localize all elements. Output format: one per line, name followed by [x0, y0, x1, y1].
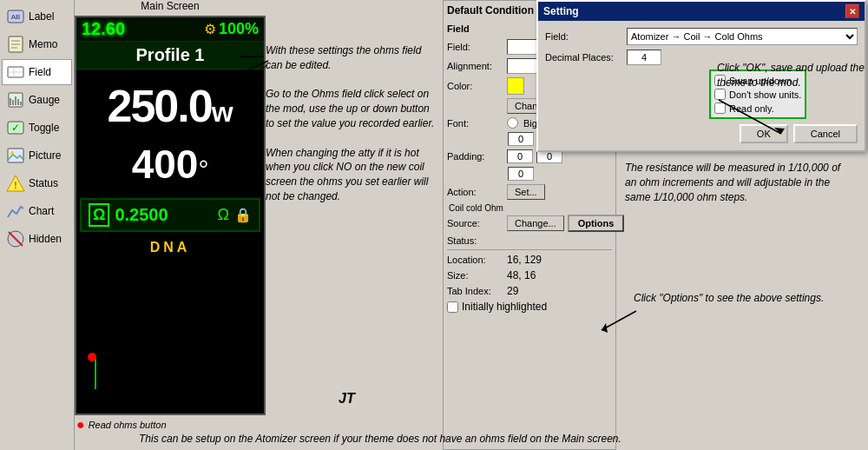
action-set-btn[interactable]: Set...: [507, 184, 545, 200]
svg-rect-17: [8, 149, 23, 162]
dialog-cancel-btn[interactable]: Cancel: [793, 124, 858, 143]
panel-source-row: Source: Change... Options: [447, 215, 612, 232]
svg-text:AB: AB: [11, 13, 21, 21]
options-annotation: Click "Options" to see the above setting…: [634, 291, 842, 306]
dialog-field-label: Field:: [545, 31, 623, 42]
location-label: Location:: [447, 255, 503, 265]
svg-text:!: !: [14, 181, 16, 190]
sidebar-item-status[interactable]: ! Status: [2, 170, 72, 196]
alignment-label: Alignment:: [447, 61, 503, 71]
sidebar: AB Label Memo Field Gauge ✓ Toggle Pictu…: [0, 0, 75, 450]
toggle-icon: ✓: [6, 118, 25, 137]
showunits-label: Don't show units.: [729, 89, 801, 100]
signature: JT: [339, 391, 355, 407]
dialog-btn-row: OK Cancel: [545, 124, 858, 143]
panel-action-row: Action: Set...: [447, 184, 612, 200]
font-label: Font:: [447, 118, 503, 129]
initially-highlighted-checkbox[interactable]: [447, 301, 458, 313]
setting-annotation: Click "OK", save and upload the theme to…: [717, 61, 865, 90]
showunits-checkbox[interactable]: [714, 89, 726, 100]
sidebar-item-gauge-text: Gauge: [29, 94, 60, 106]
change-source-btn[interactable]: Change...: [507, 215, 564, 231]
power-value: 250.0: [107, 81, 211, 131]
dialog-field-dropdown[interactable]: Atomizer → Coil → Cold Ohms: [627, 28, 858, 45]
main-annotation: With these settings the ohms field can b…: [266, 43, 439, 204]
picture-icon: [6, 146, 25, 165]
sidebar-item-label-text: Label: [29, 10, 54, 23]
hidden-icon: [6, 229, 25, 248]
lock-icon: 🔒: [234, 207, 252, 223]
font-big-radio[interactable]: [507, 117, 518, 129]
sidebar-item-gauge[interactable]: Gauge: [2, 87, 72, 113]
color-label: Color:: [447, 81, 503, 91]
sidebar-item-toggle-text: Toggle: [29, 122, 59, 134]
sidebar-item-field[interactable]: Field: [2, 59, 72, 85]
dialog-field-row: Field: Atomizer → Coil → Cold Ohms: [545, 28, 858, 45]
chart-icon: [6, 202, 25, 221]
readonly-label: Read only.: [729, 103, 774, 114]
panel-location-row: Location: 16, 129: [447, 254, 612, 266]
padding-label: Padding:: [447, 151, 503, 162]
watts-display: 12.60: [82, 19, 125, 39]
tabindex-label: Tab Index:: [447, 286, 503, 296]
sidebar-item-hidden-text: Hidden: [29, 233, 62, 245]
sidebar-item-picture[interactable]: Picture: [2, 142, 72, 169]
padding-input-3[interactable]: [508, 167, 534, 181]
ohms-value[interactable]: 0.2500: [115, 205, 212, 225]
main-annotation-text: With these settings the ohms field can b…: [266, 44, 434, 202]
ohms-unit-label: Ω: [218, 206, 229, 224]
font-value-input[interactable]: [508, 132, 534, 146]
read-ohms-label: ● Read ohms button: [76, 417, 167, 433]
field-icon: [6, 63, 25, 82]
tabindex-value: 29: [507, 285, 518, 297]
temp-value: 400: [132, 142, 199, 187]
dialog-decimal-input[interactable]: [627, 50, 661, 65]
label-icon: AB: [6, 7, 25, 26]
panel-separator: [447, 249, 612, 250]
status-label: Status:: [447, 235, 503, 246]
dialog-readonly-row: Read only.: [714, 103, 801, 114]
panel-status-row: Status:: [447, 235, 612, 246]
dna-label: DNA: [150, 240, 191, 255]
gear-icon: ⚙: [204, 21, 216, 37]
profile-label: Profile 1: [136, 45, 205, 64]
sidebar-item-chart[interactable]: Chart: [2, 198, 72, 224]
field-label: Field:: [447, 42, 503, 52]
gauge-icon: [6, 90, 25, 109]
padding-input-1[interactable]: [507, 149, 533, 163]
dialog-ok-btn[interactable]: OK: [740, 124, 788, 143]
sidebar-item-label[interactable]: AB Label: [2, 3, 72, 30]
sidebar-item-field-text: Field: [29, 66, 51, 78]
action-label: Action:: [447, 187, 503, 197]
resistance-annotation: The resistance will be measured in 1/10,…: [625, 161, 851, 204]
dialog-decimal-label: Decimal Places:: [545, 52, 623, 63]
size-label: Size:: [447, 270, 503, 281]
dialog-close-btn[interactable]: ✕: [845, 4, 859, 18]
size-value: 48, 16: [507, 269, 536, 281]
panel-tabindex-row: Tab Index: 29: [447, 285, 612, 297]
annotation-arrow: [240, 43, 266, 69]
dialog-title: Setting: [543, 5, 579, 17]
sidebar-item-status-text: Status: [29, 177, 58, 189]
options-btn[interactable]: Options: [568, 215, 625, 232]
main-screen-title: Main Screen: [75, 0, 266, 14]
panel-size-row: Size: 48, 16: [447, 269, 612, 281]
power-unit: w: [212, 96, 233, 128]
sidebar-item-memo-text: Memo: [29, 38, 57, 50]
ohms-omega-icon: Ω: [89, 203, 109, 227]
device-content: 12.60 ⚙ 100% Profile 1 250.0w 400° Ω 0.2…: [76, 17, 264, 396]
sidebar-item-memo[interactable]: Memo: [2, 31, 72, 57]
bottom-annotation: This can be setup on the Atomizer screen…: [139, 433, 621, 445]
sidebar-item-toggle[interactable]: ✓ Toggle: [2, 115, 72, 141]
dialog-titlebar: Setting ✕: [538, 2, 865, 21]
memo-icon: [6, 35, 25, 54]
sidebar-item-hidden[interactable]: Hidden: [2, 226, 72, 252]
initially-highlighted-label: Initially highlighted: [462, 301, 547, 313]
source-label: Source:: [447, 218, 503, 228]
device-screen: 12.60 ⚙ 100% Profile 1 250.0w 400° Ω 0.2…: [75, 16, 266, 415]
readonly-checkbox[interactable]: [714, 103, 726, 114]
status-icon: !: [6, 174, 25, 193]
sidebar-item-chart-text: Chart: [29, 205, 54, 217]
color-swatch[interactable]: [507, 77, 524, 95]
sidebar-item-picture-text: Picture: [29, 149, 61, 162]
